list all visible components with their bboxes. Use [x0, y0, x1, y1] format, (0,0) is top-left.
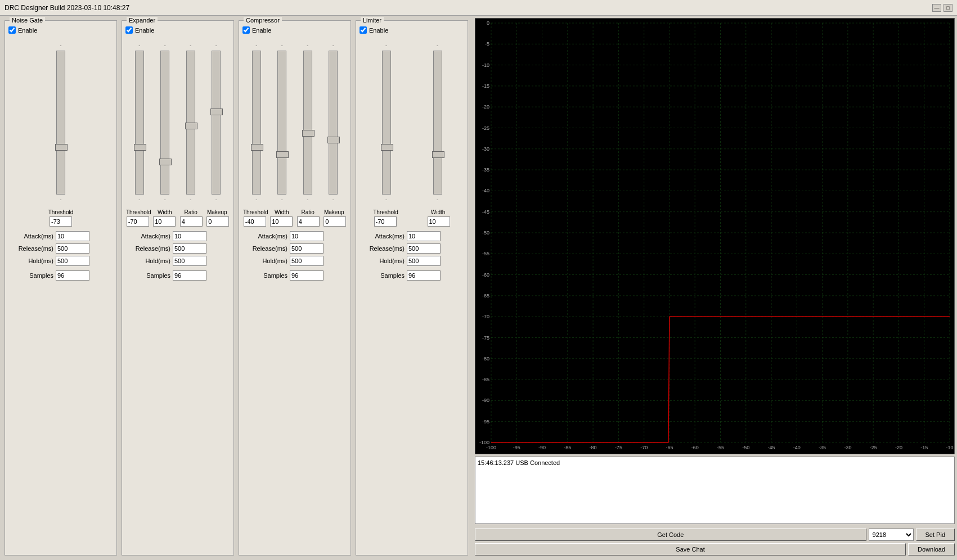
- comp-makeup-slider-container: - -: [329, 43, 338, 202]
- svg-text:-20: -20: [482, 104, 489, 110]
- comp-threshold-slider[interactable]: [252, 51, 261, 195]
- svg-text:-55: -55: [717, 445, 724, 450]
- lim-width-label: Width: [412, 209, 464, 215]
- svg-text:-90: -90: [538, 445, 546, 450]
- svg-text:-60: -60: [691, 445, 699, 450]
- noise-gate-sliders: - -: [8, 38, 113, 207]
- exp-threshold-input[interactable]: [127, 216, 149, 227]
- exp-makeup-label: Makeup: [204, 209, 231, 215]
- exp-attack-input[interactable]: [173, 231, 206, 241]
- comp-ratio-label: Ratio: [295, 209, 321, 215]
- exp-makeup-input[interactable]: [206, 216, 229, 227]
- svg-text:-100: -100: [486, 445, 496, 450]
- ng-hold-input[interactable]: [56, 256, 89, 266]
- exp-width-input[interactable]: [153, 216, 176, 227]
- svg-text:-75: -75: [615, 445, 622, 450]
- lim-attack-label: Attack(ms): [360, 233, 405, 240]
- compressor-panel: Compressor Enable - - - -: [239, 20, 351, 556]
- svg-text:-30: -30: [482, 146, 489, 152]
- get-code-button[interactable]: Get Code: [475, 529, 866, 541]
- exp-ratio-input[interactable]: [180, 216, 203, 227]
- lim-threshold-slider-container: - -: [382, 43, 391, 202]
- svg-text:-25: -25: [870, 445, 877, 450]
- comp-makeup-slider[interactable]: [329, 51, 338, 195]
- exp-samples-label: Samples: [125, 272, 170, 279]
- lim-hold-input[interactable]: [407, 256, 441, 266]
- comp-width-slider[interactable]: [277, 51, 286, 195]
- expander-enable-checkbox[interactable]: [125, 26, 133, 34]
- svg-text:-70: -70: [640, 445, 648, 450]
- lim-width-slider[interactable]: [433, 51, 442, 195]
- exp-hold-input[interactable]: [173, 256, 206, 266]
- exp-params: Threshold Width Ratio Makeup Attack(ms) …: [125, 209, 230, 281]
- exp-threshold-label: Threshold: [125, 209, 152, 215]
- svg-text:-40: -40: [482, 188, 489, 193]
- comp-attack-label: Attack(ms): [242, 233, 287, 240]
- comp-samples-label: Samples: [242, 272, 287, 279]
- lim-hold-label: Hold(ms): [360, 258, 405, 264]
- comp-threshold-input[interactable]: [244, 216, 266, 227]
- svg-text:-5: -5: [485, 41, 489, 47]
- comp-attack-input[interactable]: [290, 231, 324, 241]
- comp-ratio-input[interactable]: [297, 216, 320, 227]
- save-chat-button[interactable]: Save Chat: [475, 543, 906, 556]
- svg-text:-65: -65: [482, 293, 489, 299]
- lim-release-input[interactable]: [407, 243, 441, 254]
- minimize-button[interactable]: —: [932, 4, 941, 12]
- exp-threshold-slider[interactable]: [135, 51, 144, 195]
- comp-hold-input[interactable]: [290, 256, 324, 266]
- comp-release-input[interactable]: [290, 243, 324, 254]
- noise-gate-panel: Noise Gate Enable - - Threshold: [5, 20, 117, 556]
- lim-width-input[interactable]: [428, 216, 450, 227]
- ng-attack-input[interactable]: [56, 231, 89, 241]
- compressor-title: Compressor: [244, 17, 282, 24]
- download-button[interactable]: Download: [908, 543, 955, 556]
- exp-ratio-label: Ratio: [178, 209, 204, 215]
- exp-ratio-slider[interactable]: [186, 51, 195, 195]
- limiter-enable-checkbox[interactable]: [360, 26, 367, 34]
- expander-enable-label: Enable: [135, 27, 154, 34]
- svg-text:-75: -75: [482, 335, 489, 341]
- comp-makeup-label: Makeup: [321, 209, 348, 215]
- comp-width-label: Width: [269, 209, 295, 215]
- exp-samples-input[interactable]: [173, 270, 206, 281]
- log-area: 15:46:13.237 USB Connected: [475, 457, 955, 524]
- expander-sliders: - - - - -: [125, 38, 230, 207]
- svg-text:-95: -95: [513, 445, 520, 450]
- ng-release-input[interactable]: [56, 243, 89, 254]
- svg-text:-55: -55: [482, 251, 489, 256]
- compressor-enable-checkbox[interactable]: [242, 26, 250, 34]
- noise-gate-enable-checkbox[interactable]: [8, 26, 16, 34]
- comp-ratio-slider-container: - -: [303, 43, 312, 202]
- comp-makeup-input[interactable]: [324, 216, 346, 227]
- exp-release-input[interactable]: [173, 243, 206, 254]
- comp-width-input[interactable]: [270, 216, 293, 227]
- ng-samples-input[interactable]: [56, 270, 89, 281]
- limiter-sliders: - - - -: [360, 38, 464, 207]
- noise-gate-title: Noise Gate: [10, 17, 45, 24]
- lim-samples-input[interactable]: [407, 270, 441, 281]
- svg-text:-10: -10: [482, 62, 489, 68]
- lim-attack-input[interactable]: [407, 231, 441, 241]
- comp-ratio-slider[interactable]: [303, 51, 312, 195]
- lim-threshold-input[interactable]: [374, 216, 397, 227]
- exp-makeup-slider[interactable]: [212, 51, 221, 195]
- ng-threshold-slider[interactable]: [56, 51, 65, 195]
- ng-threshold-input[interactable]: [50, 216, 72, 227]
- expander-panel: Expander Enable - - - -: [122, 20, 234, 556]
- title-bar: DRC Designer Build 2023-03-10 10:48:27 —…: [0, 0, 957, 16]
- expander-title: Expander: [127, 17, 158, 24]
- svg-text:-90: -90: [482, 398, 489, 403]
- svg-text:-15: -15: [482, 83, 489, 89]
- ng-attack-label: Attack(ms): [8, 233, 53, 240]
- graph-area: 0-5-10-15-20-25-30-35-40-45-50-55-60-65-…: [475, 18, 955, 454]
- comp-release-label: Release(ms): [242, 245, 287, 252]
- exp-makeup-slider-container: - -: [212, 43, 221, 202]
- bottom-row-1: Get Code 9218 Set Pid: [475, 529, 955, 541]
- pid-select[interactable]: 9218: [869, 529, 914, 541]
- set-pid-button[interactable]: Set Pid: [916, 529, 955, 541]
- lim-threshold-slider[interactable]: [382, 51, 391, 195]
- comp-samples-input[interactable]: [290, 270, 324, 281]
- maximize-button[interactable]: □: [943, 4, 952, 12]
- exp-width-slider[interactable]: [160, 51, 169, 195]
